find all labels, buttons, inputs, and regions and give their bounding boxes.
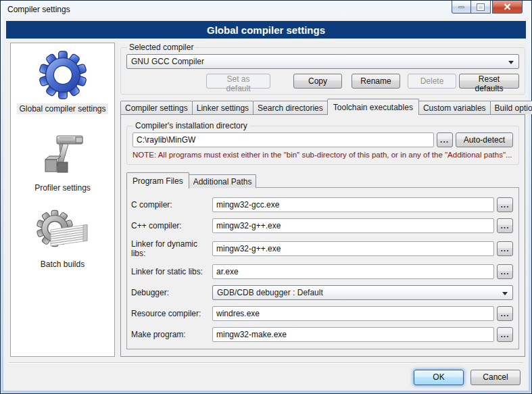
- field-row-resource-compiler: Resource compiler: ...: [131, 306, 513, 321]
- blue-gear-icon: [37, 50, 89, 100]
- dialog-body: Global compiler settings: [3, 18, 529, 391]
- browse-button[interactable]: ...: [497, 306, 513, 321]
- field-row-debugger: Debugger: GDB/CDB debugger : Default: [131, 285, 513, 300]
- settings-category-list: Global compiler settings: [10, 43, 115, 357]
- browse-button[interactable]: ...: [497, 197, 513, 212]
- toolchain-subtabs: Program Files Additional Paths: [126, 172, 519, 188]
- subtab-program-files[interactable]: Program Files: [126, 172, 189, 189]
- dynamic-linker-input[interactable]: [212, 241, 494, 256]
- sidebar-item-label: Global compiler settings: [17, 103, 107, 114]
- subtab-additional-paths[interactable]: Additional Paths: [189, 174, 257, 188]
- installation-directory-input[interactable]: [132, 132, 434, 147]
- maximize-button[interactable]: [471, 1, 491, 14]
- reset-defaults-button[interactable]: Reset defaults: [459, 74, 519, 89]
- field-label: Linker for dynamic libs:: [131, 239, 212, 258]
- tab-custom-variables[interactable]: Custom variables: [418, 101, 491, 114]
- field-row-dynamic-linker: Linker for dynamic libs: ...: [131, 239, 513, 258]
- minimize-button[interactable]: [452, 1, 471, 14]
- field-label: Debugger:: [131, 288, 212, 297]
- field-row-static-linker: Linker for static libs: ...: [131, 264, 513, 279]
- compiler-buttons-row: Set as default Copy Rename Delete Reset …: [126, 74, 519, 89]
- sidebar-item-label: Profiler settings: [32, 182, 93, 193]
- toolchain-executables-panel: Compiler's installation directory ... Au…: [120, 114, 525, 357]
- caliper-icon: [37, 130, 88, 179]
- window-controls: [452, 1, 523, 14]
- cpp-compiler-input[interactable]: [212, 218, 494, 233]
- sidebar-item-global-compiler-settings[interactable]: Global compiler settings: [17, 50, 107, 114]
- compiler-tabs: Compiler settings Linker settings Search…: [120, 99, 525, 114]
- dialog-footer: OK Cancel: [3, 364, 529, 391]
- tab-build-options[interactable]: Build options: [490, 101, 532, 114]
- rename-button[interactable]: Rename: [352, 74, 400, 89]
- tab-toolchain-executables[interactable]: Toolchain executables: [327, 99, 419, 115]
- compiler-select[interactable]: GNU GCC Compiler: [126, 54, 519, 69]
- copy-button[interactable]: Copy: [293, 74, 342, 89]
- sidebar-item-label: Batch builds: [39, 259, 87, 270]
- resource-compiler-input[interactable]: [212, 306, 494, 321]
- browse-button[interactable]: ...: [497, 241, 513, 256]
- compiler-settings-window: Compiler settings Global compiler settin…: [0, 0, 532, 394]
- cancel-button[interactable]: Cancel: [470, 370, 521, 385]
- titlebar[interactable]: Compiler settings: [3, 1, 529, 18]
- auto-detect-button[interactable]: Auto-detect: [456, 132, 513, 147]
- debugger-select-value: GDB/CDB debugger : Default: [217, 288, 323, 297]
- browse-button[interactable]: ...: [497, 327, 513, 342]
- installation-note: NOTE: All programs must exist either in …: [132, 151, 513, 159]
- debugger-select[interactable]: GDB/CDB debugger : Default: [212, 285, 513, 300]
- c-compiler-input[interactable]: [212, 197, 494, 212]
- field-label: Make program:: [131, 330, 212, 339]
- field-label: Linker for static libs:: [131, 267, 212, 276]
- make-program-input[interactable]: [212, 327, 494, 342]
- tab-linker-settings[interactable]: Linker settings: [192, 101, 253, 114]
- static-linker-input[interactable]: [212, 264, 494, 279]
- minimize-icon: [458, 6, 464, 8]
- field-label: C compiler:: [131, 200, 212, 210]
- sidebar-item-profiler-settings[interactable]: Profiler settings: [32, 130, 93, 193]
- installation-directory-group: Compiler's installation directory ... Au…: [126, 121, 519, 165]
- close-icon: [504, 3, 511, 10]
- program-files-panel: C compiler: ... C++ compiler: ...: [126, 187, 519, 349]
- browse-button[interactable]: ...: [497, 218, 513, 233]
- compiler-select-value: GNU GCC Compiler: [131, 57, 204, 66]
- gray-gear-stack-icon: [34, 210, 91, 255]
- field-row-make-program: Make program: ...: [131, 327, 513, 342]
- field-label: C++ compiler:: [131, 221, 212, 230]
- combo-arrow-icon: [502, 292, 508, 295]
- combo-arrow-icon: [508, 61, 514, 64]
- field-label: Resource compiler:: [131, 309, 212, 318]
- window-title: Compiler settings: [3, 5, 70, 14]
- page-title: Global compiler settings: [6, 21, 526, 39]
- tab-search-directories[interactable]: Search directories: [253, 101, 328, 114]
- selected-compiler-group: Selected compiler GNU GCC Compiler Set a…: [120, 43, 525, 95]
- browse-directory-button[interactable]: ...: [437, 132, 453, 147]
- maximize-icon: [477, 4, 484, 10]
- field-row-cpp-compiler: C++ compiler: ...: [131, 218, 513, 233]
- selected-compiler-group-label: Selected compiler: [127, 43, 195, 52]
- set-as-default-button[interactable]: Set as default: [206, 74, 270, 89]
- ok-button[interactable]: OK: [414, 370, 464, 385]
- tab-compiler-settings[interactable]: Compiler settings: [120, 101, 193, 114]
- field-row-c-compiler: C compiler: ...: [131, 197, 513, 212]
- browse-button[interactable]: ...: [497, 264, 513, 279]
- close-button[interactable]: [492, 1, 523, 14]
- sidebar-item-batch-builds[interactable]: Batch builds: [34, 210, 91, 270]
- installation-directory-group-label: Compiler's installation directory: [133, 121, 249, 130]
- delete-button[interactable]: Delete: [408, 74, 456, 89]
